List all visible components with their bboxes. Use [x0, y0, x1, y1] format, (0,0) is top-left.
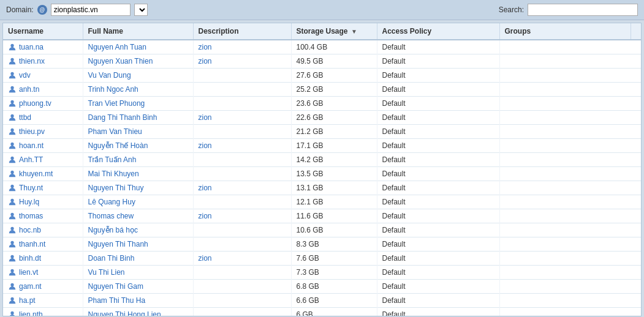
col-fullname[interactable]: Full Name — [83, 23, 193, 40]
table-row[interactable]: khuyen.mtMai Thi Khuyen13.5 GBDefault — [3, 167, 641, 181]
cell-description: zion — [193, 181, 291, 195]
table-row[interactable]: Anh.TTTrần Tuấn Anh14.2 GBDefault — [3, 153, 641, 167]
username-link[interactable]: gam.nt — [19, 282, 42, 291]
table-row[interactable]: ttbdDang Thi Thanh Binhzion22.6 GBDefaul… — [3, 111, 641, 125]
fullname-link[interactable]: Nguyễn bá học — [88, 226, 138, 234]
fullname-link[interactable]: Trinh Ngoc Anh — [88, 85, 138, 94]
svg-point-8 — [10, 157, 13, 160]
cell-groups — [499, 209, 641, 223]
fullname-link[interactable]: Nguyen Thi Hong Lien — [88, 310, 161, 316]
username-link[interactable]: phuong.tv — [19, 99, 51, 108]
username-link[interactable]: thomas — [19, 212, 43, 220]
svg-point-17 — [10, 283, 13, 286]
description-link[interactable]: zion — [199, 184, 212, 192]
table-row[interactable]: thien.nxNguyen Xuan Thienzion49.5 GBDefa… — [3, 54, 641, 69]
description-link[interactable]: zion — [199, 113, 212, 122]
domain-dropdown[interactable] — [134, 4, 148, 16]
table-row[interactable]: thanh.ntNguyen Thi Thanh8.3 GBDefault — [3, 237, 641, 252]
domain-input[interactable] — [51, 4, 131, 16]
table-row[interactable]: binh.dtDoan Thi Binhzion7.6 GBDefault — [3, 252, 641, 266]
fullname-link[interactable]: Trần Tuấn Anh — [88, 155, 137, 164]
table-row[interactable]: thieu.pvPham Van Thieu21.2 GBDefault — [3, 125, 641, 139]
table-row[interactable]: tuan.naNguyen Anh Tuanzion100.4 GBDefaul… — [3, 40, 641, 54]
username-link[interactable]: ha.pt — [19, 296, 36, 305]
fullname-link[interactable]: Thomas chew — [88, 212, 134, 220]
table-row[interactable]: Thuy.ntNguyen Thi Thuyzion13.1 GBDefault — [3, 181, 641, 195]
cell-storage: 6.6 GB — [291, 294, 377, 308]
fullname-link[interactable]: Tran Viet Phuong — [88, 99, 145, 108]
description-link[interactable]: zion — [199, 212, 212, 220]
description-link[interactable]: zion — [199, 254, 212, 263]
cell-username: ttbd — [3, 111, 83, 125]
fullname-link[interactable]: Vu Thi Lien — [88, 268, 125, 277]
cell-fullname: Nguyen Xuan Thien — [83, 54, 193, 69]
cell-groups — [499, 83, 641, 97]
table-row[interactable]: anh.tnTrinh Ngoc Anh25.2 GBDefault — [3, 83, 641, 97]
table-row[interactable]: hoc.nbNguyễn bá học10.6 GBDefault — [3, 223, 641, 237]
username-link[interactable]: Thuy.nt — [19, 184, 43, 192]
table-row[interactable]: Huy.lqLê Quang Huy12.1 GBDefault — [3, 195, 641, 209]
col-groups[interactable]: Groups — [499, 23, 631, 40]
username-link[interactable]: Huy.lq — [19, 198, 39, 206]
svg-point-18 — [10, 297, 13, 300]
cell-fullname: Nguyen Thi Thuy — [83, 181, 193, 195]
cell-fullname: Thomas chew — [83, 209, 193, 223]
fullname-link[interactable]: Pham Thi Thu Ha — [88, 296, 146, 305]
username-link[interactable]: Anh.TT — [19, 155, 43, 164]
search-input[interactable] — [528, 4, 638, 16]
cell-groups — [499, 280, 641, 294]
username-link[interactable]: thieu.pv — [19, 127, 45, 136]
svg-point-14 — [10, 241, 13, 244]
fullname-link[interactable]: Dang Thi Thanh Binh — [88, 113, 157, 122]
description-link[interactable]: zion — [199, 57, 212, 65]
fullname-link[interactable]: Nguyen Xuan Thien — [88, 57, 153, 65]
username-link[interactable]: thanh.nt — [19, 240, 45, 248]
table-row[interactable]: thomasThomas chewzion11.6 GBDefault — [3, 209, 641, 223]
username-link[interactable]: hoan.nt — [19, 141, 44, 150]
fullname-link[interactable]: Nguyen Thi Thanh — [88, 240, 148, 248]
fullname-link[interactable]: Nguyen Thi Gam — [88, 282, 144, 291]
cell-storage: 13.1 GB — [291, 181, 377, 195]
username-link[interactable]: anh.tn — [19, 85, 39, 94]
fullname-link[interactable]: Pham Van Thieu — [88, 127, 142, 136]
fullname-link[interactable]: Nguyen Anh Tuan — [88, 43, 146, 51]
fullname-link[interactable]: Mai Thi Khuyen — [88, 170, 139, 178]
cell-description — [193, 153, 291, 167]
cell-description — [193, 83, 291, 97]
username-link[interactable]: binh.dt — [19, 254, 41, 263]
cell-groups — [499, 252, 641, 266]
search-label: Search: — [499, 6, 524, 14]
table-row[interactable]: ha.ptPham Thi Thu Ha6.6 GBDefault — [3, 294, 641, 308]
fullname-link[interactable]: Doan Thi Binh — [88, 254, 135, 263]
table-row[interactable]: gam.ntNguyen Thi Gam6.8 GBDefault — [3, 280, 641, 294]
fullname-link[interactable]: Lê Quang Huy — [88, 198, 135, 206]
username-link[interactable]: lien.nth — [19, 310, 43, 316]
fullname-link[interactable]: Nguyễn Thế Hoàn — [88, 141, 148, 150]
cell-username: gam.nt — [3, 280, 83, 294]
username-link[interactable]: thien.nx — [19, 57, 45, 65]
description-link[interactable]: zion — [199, 43, 212, 51]
cell-username: vdv — [3, 69, 83, 83]
col-storage[interactable]: Storage Usage ▼ — [291, 23, 377, 40]
svg-point-9 — [10, 171, 13, 174]
fullname-link[interactable]: Nguyen Thi Thuy — [88, 184, 144, 192]
username-link[interactable]: tuan.na — [19, 43, 44, 51]
table-row[interactable]: lien.nthNguyen Thi Hong Lien6 GBDefault — [3, 308, 641, 316]
username-link[interactable]: lien.vt — [19, 268, 38, 277]
fullname-link[interactable]: Vu Van Dung — [88, 71, 131, 80]
username-link[interactable]: vdv — [19, 71, 31, 80]
username-link[interactable]: ttbd — [19, 113, 31, 122]
table-row[interactable]: hoan.ntNguyễn Thế Hoànzion17.1 GBDefault — [3, 139, 641, 153]
svg-point-15 — [10, 255, 13, 258]
cell-description: zion — [193, 111, 291, 125]
description-link[interactable]: zion — [199, 141, 212, 150]
username-link[interactable]: khuyen.mt — [19, 170, 53, 178]
table-row[interactable]: lien.vtVu Thi Lien7.3 GBDefault — [3, 266, 641, 280]
col-description[interactable]: Description — [193, 23, 291, 40]
table-row[interactable]: vdvVu Van Dung27.6 GBDefault — [3, 69, 641, 83]
username-link[interactable]: hoc.nb — [19, 226, 41, 234]
table-row[interactable]: phuong.tvTran Viet Phuong23.6 GBDefault — [3, 97, 641, 111]
col-username[interactable]: Username — [3, 23, 83, 40]
svg-point-7 — [10, 143, 13, 146]
col-access[interactable]: Access Policy — [377, 23, 499, 40]
